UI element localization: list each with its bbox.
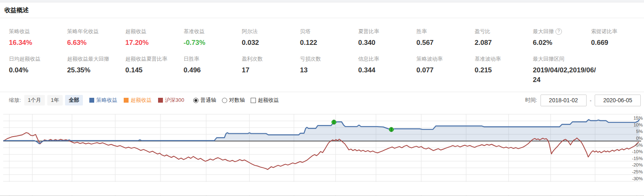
date-separator: - (590, 97, 591, 103)
stat-cell: 超额收益17.20% (125, 28, 184, 48)
zoom-button-all[interactable]: 全部 (65, 95, 83, 105)
y-axis-label: -15% (632, 156, 643, 161)
stat-cell: 盈亏比2.087 (475, 28, 533, 48)
stat-label: 阿尔法 (242, 28, 300, 35)
stat-cell: 基准波动率0.215 (475, 55, 533, 76)
help-icon[interactable]: ? (555, 28, 562, 35)
strategy-area-fill (3, 119, 640, 144)
stat-cell: 日胜率0.496 (184, 55, 242, 76)
y-axis-label: 0% (636, 136, 643, 141)
stat-value: 17.20% (125, 38, 184, 48)
stat-label: 超额收益 (125, 28, 184, 35)
page-title: 收益概述 (0, 2, 644, 18)
stat-label: 策略年化收益 (67, 28, 125, 35)
radio-log-axis[interactable]: 对数轴 (222, 97, 245, 104)
stat-value: 6.63% (67, 38, 125, 48)
performance-chart-svg[interactable]: 15%10%5%0%-5%-10%-15%-20%-25%-30% (0, 109, 644, 196)
stat-label: 超额收益夏普比率 (125, 55, 184, 63)
stat-value: 0.04% (9, 65, 67, 76)
stat-value: 16.34% (9, 38, 67, 48)
stat-label: 盈利次数 (242, 55, 300, 63)
stat-label: 盈亏比 (475, 28, 533, 35)
stat-cell: 策略年化收益6.63% (67, 28, 125, 48)
stat-value: 0.077 (416, 65, 475, 76)
radio-label: 对数轴 (229, 97, 245, 104)
zoom-button-1month[interactable]: 1个月 (24, 95, 45, 105)
stat-value: 6.02% (533, 38, 591, 48)
stat-label: 基准波动率 (475, 55, 533, 63)
stats-row-1: 策略收益16.34%策略年化收益6.63%超额收益17.20%基准收益-0.73… (9, 28, 644, 48)
radio-normal-axis[interactable]: 普通轴 (193, 97, 216, 104)
stat-cell: 索提诺比率0.669 (591, 28, 644, 48)
strategy-swatch-icon (89, 98, 94, 103)
legend-label: 超额收益 (131, 97, 152, 104)
stat-value: 17 (242, 65, 300, 76)
performance-chart[interactable]: 15%10%5%0%-5%-10%-15%-20%-25%-30% (0, 109, 644, 196)
stat-label: 最大回撤? (533, 28, 591, 35)
start-date-input[interactable] (541, 95, 587, 106)
stat-label: 策略收益 (9, 28, 67, 35)
chart-legend: 策略收益 超额收益 沪深300 (89, 97, 184, 104)
stat-cell: 信息比率0.344 (358, 55, 416, 76)
legend-item-excess[interactable]: 超额收益 (124, 97, 152, 104)
stat-label: 贝塔 (300, 28, 358, 35)
checkbox-icon (251, 98, 256, 103)
stat-label: 日胜率 (184, 55, 242, 63)
stat-value: 0.344 (358, 65, 416, 76)
y-axis-label: -20% (632, 162, 643, 167)
chart-toolbar: 缩放: 1个月 1年 全部 策略收益 超额收益 沪深300 普通轴 (0, 92, 644, 109)
stats-section: 策略收益16.34%策略年化收益6.63%超额收益17.20%基准收益-0.73… (0, 28, 644, 85)
stat-value: 0.567 (416, 38, 475, 48)
legend-label: 策略收益 (96, 97, 117, 104)
stat-cell: 贝塔0.122 (300, 28, 358, 48)
stat-value: 0.669 (591, 38, 644, 48)
y-axis-label: 15% (633, 116, 643, 120)
stat-label: 基准收益 (184, 28, 242, 35)
stat-cell: 策略收益16.34% (9, 28, 67, 48)
stat-cell: 超额收益最大回撤25.35% (67, 55, 125, 76)
stat-value: 25.35% (67, 65, 125, 76)
stat-value: 0.215 (475, 65, 533, 76)
stat-label: 超额收益最大回撤 (67, 55, 125, 63)
checkbox-excess-return[interactable]: 超额收益 (251, 97, 279, 104)
checkbox-label: 超额收益 (258, 97, 279, 104)
stat-label: 亏损次数 (300, 55, 358, 63)
stat-value: 0.122 (300, 38, 358, 48)
stat-cell: 最大回撤区间2019/04/02,2019/06/24 (533, 55, 602, 85)
stat-cell: 最大回撤?6.02% (533, 28, 591, 48)
stat-label: 胜率 (416, 28, 475, 35)
stat-cell: 基准收益-0.73% (184, 28, 242, 48)
stat-cell: 盈利次数17 (242, 55, 300, 76)
stat-value: 0.340 (358, 38, 416, 48)
stat-label: 信息比率 (358, 55, 416, 63)
stat-cell: 日均超额收益0.04% (9, 55, 67, 76)
end-date-input[interactable] (595, 95, 641, 106)
radio-checked-icon (193, 98, 198, 103)
stat-value: 0.496 (184, 65, 242, 76)
excess-swatch-icon (124, 98, 129, 103)
time-range-group: 时间: - (525, 92, 641, 109)
stat-label: 策略波动率 (416, 55, 475, 63)
y-axis-label: -5% (635, 143, 643, 148)
stats-row-2: 日均超额收益0.04%超额收益最大回撤25.35%超额收益夏普比率0.145日胜… (9, 55, 644, 85)
y-axis-label: 10% (633, 122, 643, 127)
stat-cell: 阿尔法0.032 (242, 28, 300, 48)
y-axis-label: -25% (632, 169, 643, 174)
stat-label: 夏普比率 (358, 28, 416, 35)
stat-cell: 策略波动率0.077 (416, 55, 475, 76)
stat-cell: 超额收益夏普比率0.145 (125, 55, 184, 76)
legend-item-strategy[interactable]: 策略收益 (89, 97, 117, 104)
stat-cell: 夏普比率0.340 (358, 28, 416, 48)
legend-label: 沪深300 (165, 97, 184, 104)
zoom-button-1year[interactable]: 1年 (47, 95, 63, 105)
stat-cell: 亏损次数13 (300, 55, 358, 76)
legend-item-hs300[interactable]: 沪深300 (158, 97, 184, 104)
time-label: 时间: (525, 97, 537, 104)
stat-value: 2019/04/02,2019/06/24 (533, 65, 602, 85)
hs300-swatch-icon (158, 98, 163, 103)
stat-value: 13 (300, 65, 358, 76)
axis-options: 普通轴 对数轴 超额收益 (193, 97, 279, 104)
y-axis-label: -30% (632, 176, 643, 181)
radio-unchecked-icon (222, 98, 227, 103)
stat-value: -0.73% (184, 38, 242, 48)
